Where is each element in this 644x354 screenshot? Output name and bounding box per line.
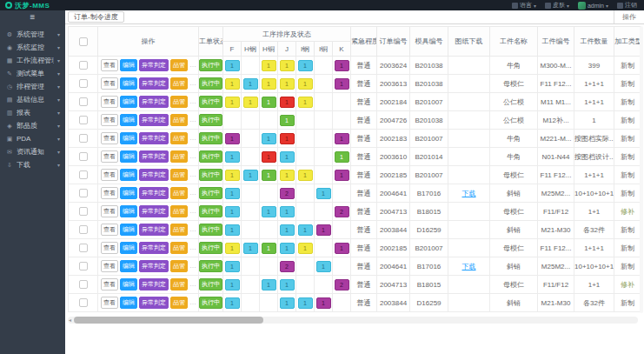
view-button[interactable]: 查看 [101, 114, 118, 126]
tab-order-progress[interactable]: 订单-制令进度 [68, 11, 124, 23]
sidebar-item-workflow-management[interactable]: ▦工作流程管理▾ [0, 54, 65, 67]
abnormal-judge-button[interactable]: 异常判定 [139, 205, 169, 217]
more-actions-icon[interactable]: … [189, 170, 196, 178]
quality-button[interactable]: 品管 [170, 278, 188, 291]
more-actions-icon[interactable]: … [189, 280, 196, 288]
edit-button[interactable]: 编辑 [120, 132, 137, 144]
view-button[interactable]: 查看 [101, 260, 118, 272]
more-actions-icon[interactable]: … [189, 262, 196, 270]
abnormal-judge-button[interactable]: 异常判定 [139, 187, 169, 199]
sidebar-collapse-button[interactable]: ≡ [0, 10, 65, 24]
more-actions-icon[interactable]: … [189, 79, 196, 87]
row-checkbox[interactable] [79, 207, 88, 216]
select-all-checkbox[interactable] [79, 37, 88, 46]
user-menu[interactable]: admin ▾ [578, 2, 608, 10]
edit-button[interactable]: 编辑 [120, 77, 137, 90]
quality-button[interactable]: 品管 [170, 59, 188, 71]
sidebar-item-reports[interactable]: ▥报表▾ [0, 106, 65, 119]
more-actions-icon[interactable]: … [189, 116, 196, 124]
edit-button[interactable]: 编辑 [120, 59, 137, 71]
row-checkbox[interactable] [79, 244, 88, 252]
row-checkbox[interactable] [79, 116, 88, 124]
view-button[interactable]: 查看 [101, 278, 118, 291]
abnormal-judge-button[interactable]: 异常判定 [139, 77, 169, 90]
quality-button[interactable]: 品管 [170, 224, 188, 236]
sidebar-item-pda[interactable]: ▣PDA▾ [0, 132, 65, 145]
view-button[interactable]: 查看 [101, 205, 118, 217]
abnormal-judge-button[interactable]: 异常判定 [139, 260, 169, 272]
tab-actions-button[interactable]: 操作 [614, 10, 644, 23]
edit-button[interactable]: 编辑 [120, 150, 137, 163]
more-actions-icon[interactable]: … [189, 97, 196, 105]
row-checkbox[interactable] [79, 189, 88, 197]
quality-button[interactable]: 品管 [170, 96, 188, 108]
row-checkbox[interactable] [79, 97, 88, 106]
row-checkbox[interactable] [79, 262, 88, 271]
edit-button[interactable]: 编辑 [120, 297, 137, 309]
abnormal-judge-button[interactable]: 异常判定 [139, 242, 169, 254]
sidebar-item-schedule-management[interactable]: ◷排程管理▾ [0, 80, 65, 93]
abnormal-judge-button[interactable]: 异常判定 [139, 59, 169, 71]
row-checkbox[interactable] [79, 170, 88, 179]
row-checkbox[interactable] [79, 61, 88, 70]
view-button[interactable]: 查看 [101, 96, 118, 108]
quality-button[interactable]: 品管 [170, 169, 188, 181]
edit-button[interactable]: 编辑 [120, 187, 137, 199]
more-actions-icon[interactable]: … [189, 244, 196, 251]
view-button[interactable]: 查看 [101, 150, 118, 163]
view-button[interactable]: 查看 [101, 187, 118, 199]
quality-button[interactable]: 品管 [170, 297, 188, 309]
more-actions-icon[interactable]: … [189, 225, 196, 233]
sidebar-item-basic-info[interactable]: ▤基础信息▾ [0, 93, 65, 106]
abnormal-judge-button[interactable]: 异常判定 [139, 297, 169, 309]
more-actions-icon[interactable]: … [189, 61, 196, 69]
edit-button[interactable]: 编辑 [120, 96, 137, 108]
abnormal-judge-button[interactable]: 异常判定 [139, 150, 169, 163]
sidebar-item-notifications[interactable]: ✉资讯通知▾ [0, 145, 65, 158]
view-button[interactable]: 查看 [101, 132, 118, 144]
sidebar-item-system-monitor[interactable]: ◉系统监控▾ [0, 41, 65, 54]
view-button[interactable]: 查看 [101, 77, 118, 90]
scroll-left-arrow-icon[interactable]: ◂ [69, 317, 71, 324]
quality-button[interactable]: 品管 [170, 260, 188, 272]
view-button[interactable]: 查看 [101, 242, 118, 254]
logout-button[interactable]: 注销 [617, 1, 637, 10]
abnormal-judge-button[interactable]: 异常判定 [139, 96, 169, 108]
quality-button[interactable]: 品管 [170, 77, 188, 90]
horizontal-scrollbar-thumb[interactable] [74, 317, 263, 324]
quality-button[interactable]: 品管 [170, 187, 188, 199]
more-actions-icon[interactable]: … [189, 207, 196, 215]
row-checkbox[interactable] [79, 79, 88, 88]
sidebar-item-download[interactable]: ⇩下载▾ [0, 158, 65, 171]
abnormal-judge-button[interactable]: 异常判定 [139, 224, 169, 236]
vertical-scrollbar[interactable] [640, 26, 643, 313]
edit-button[interactable]: 编辑 [120, 260, 137, 272]
view-button[interactable]: 查看 [101, 59, 118, 71]
drawing-download-link[interactable]: 下载 [462, 190, 476, 197]
abnormal-judge-button[interactable]: 异常判定 [139, 132, 169, 144]
quality-button[interactable]: 品管 [170, 132, 188, 144]
view-button[interactable]: 查看 [101, 224, 118, 236]
theme-menu[interactable]: 皮肤 ▾ [545, 1, 569, 10]
row-checkbox[interactable] [79, 280, 88, 289]
row-checkbox[interactable] [79, 152, 88, 161]
sidebar-item-test-menu[interactable]: ✎测试菜单▾ [0, 67, 65, 80]
quality-button[interactable]: 品管 [170, 114, 188, 126]
quality-button[interactable]: 品管 [170, 205, 188, 217]
language-menu[interactable]: 语言 ▾ [512, 1, 536, 10]
abnormal-judge-button[interactable]: 异常判定 [139, 114, 169, 126]
row-checkbox[interactable] [79, 134, 88, 143]
sidebar-item-parts-quality[interactable]: ◈部品质▾ [0, 119, 65, 132]
abnormal-judge-button[interactable]: 异常判定 [139, 169, 169, 181]
edit-button[interactable]: 编辑 [120, 205, 137, 217]
edit-button[interactable]: 编辑 [120, 278, 137, 291]
drawing-download-link[interactable]: 下载 [462, 263, 476, 271]
more-actions-icon[interactable]: … [189, 189, 196, 197]
edit-button[interactable]: 编辑 [120, 169, 137, 181]
view-button[interactable]: 查看 [101, 169, 118, 181]
edit-button[interactable]: 编辑 [120, 114, 137, 126]
more-actions-icon[interactable]: … [189, 134, 196, 142]
quality-button[interactable]: 品管 [170, 242, 188, 254]
edit-button[interactable]: 编辑 [120, 242, 137, 254]
abnormal-judge-button[interactable]: 异常判定 [139, 278, 169, 291]
